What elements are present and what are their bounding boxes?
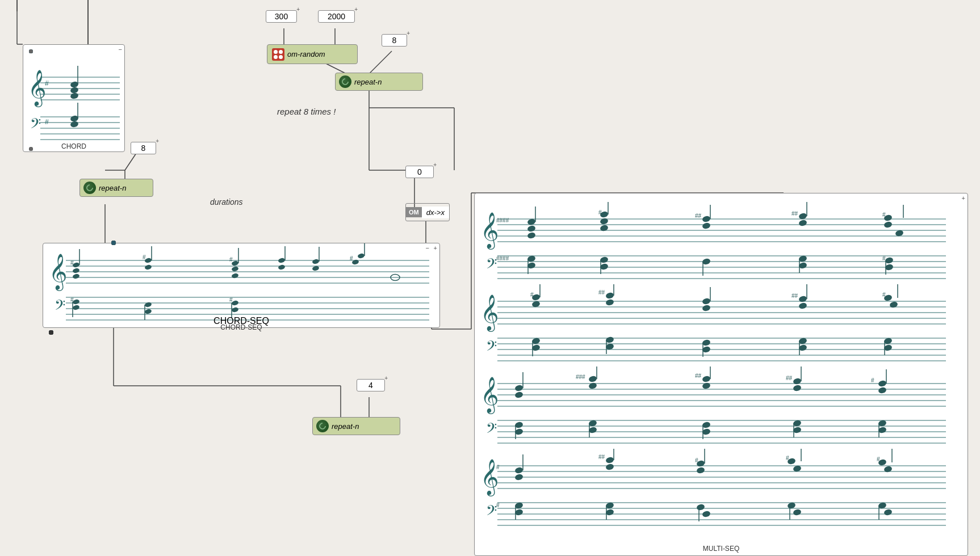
svg-point-74: [278, 258, 286, 264]
chord-staff: 𝄞 # 𝄢 #: [23, 57, 123, 148]
svg-text:𝄢: 𝄢: [486, 420, 497, 439]
svg-point-291: [883, 508, 893, 516]
multi-seq-staff-4: 𝄞 # ## # # #: [475, 449, 960, 531]
svg-point-206: [514, 391, 523, 398]
svg-text:𝄞: 𝄞: [49, 254, 68, 291]
num-8-top-plus[interactable]: +: [407, 30, 410, 36]
repeat-n-top-icon: [339, 75, 351, 88]
num-box-4[interactable]: + 4: [357, 379, 385, 391]
svg-point-119: [702, 215, 711, 222]
dx-arrow-label: dx->x: [422, 207, 449, 218]
dice-dot-4: [279, 55, 283, 59]
num-4-plus[interactable]: +: [384, 375, 388, 381]
dice-dot-3: [274, 55, 278, 59]
svg-text:#: #: [229, 256, 233, 263]
svg-point-285: [702, 510, 711, 517]
svg-point-42: [70, 92, 79, 99]
multi-seq-staff-3: 𝄞 ### ## ## # 𝄢: [475, 367, 960, 449]
om-random-box[interactable]: om-random: [267, 44, 358, 64]
svg-point-120: [702, 222, 711, 229]
svg-point-217: [793, 377, 802, 385]
dx-box[interactable]: OM dx->x: [405, 203, 450, 221]
svg-text:##: ##: [695, 373, 702, 379]
svg-text:𝄢: 𝄢: [486, 338, 497, 357]
num-2000-value: 2000: [328, 12, 345, 21]
num-box-0[interactable]: + 0: [405, 166, 434, 178]
svg-point-167: [702, 297, 711, 305]
svg-point-176: [889, 301, 898, 308]
svg-text:####: ####: [496, 217, 509, 224]
svg-point-75: [278, 264, 286, 271]
chord-seq-plus[interactable]: +: [434, 245, 437, 251]
svg-point-221: [878, 380, 887, 387]
chord-port-4[interactable]: [29, 49, 33, 53]
svg-point-71: [231, 266, 239, 272]
multi-seq-staff-1: 𝄞 #### # ## ## #: [475, 202, 960, 284]
svg-text:𝄢: 𝄢: [486, 503, 497, 521]
chord-box: − 𝄞 #: [23, 44, 125, 152]
repeat-n-left-label: repeat-n: [99, 184, 126, 192]
num-4-value: 4: [368, 381, 373, 390]
num-box-8-top[interactable]: + 8: [382, 34, 407, 47]
num-box-8-left[interactable]: + 8: [131, 142, 156, 154]
svg-line-14: [125, 153, 136, 170]
svg-point-116: [600, 224, 609, 231]
svg-point-256: [605, 456, 614, 464]
svg-point-257: [605, 463, 614, 470]
svg-point-77: [312, 259, 320, 265]
svg-text:##: ##: [791, 210, 798, 217]
num-0-plus[interactable]: +: [433, 162, 437, 168]
svg-point-209: [588, 375, 597, 382]
om-random-label: om-random: [287, 50, 325, 58]
svg-point-172: [798, 302, 807, 309]
svg-point-115: [600, 217, 609, 225]
svg-text:#: #: [45, 118, 49, 126]
svg-text:#: #: [496, 502, 500, 508]
dice-dot-2: [279, 50, 283, 54]
svg-text:##: ##: [695, 213, 702, 219]
svg-text:#: #: [871, 377, 874, 384]
chord-seq-staff: 𝄞 # # #: [43, 243, 439, 326]
svg-point-288: [793, 508, 802, 516]
svg-point-164: [605, 292, 614, 299]
svg-text:𝄢: 𝄢: [30, 116, 41, 134]
num-8-top-value: 8: [392, 36, 397, 45]
repeat-n-bottom-label: repeat-n: [332, 422, 359, 431]
svg-point-110: [527, 225, 536, 232]
chord-seq-label-text: CHORD-SEQ: [43, 323, 440, 331]
repeat-n-top-label: repeat-n: [354, 78, 382, 86]
svg-point-214: [702, 382, 711, 389]
chord-seq-in-4[interactable]: [111, 241, 116, 245]
svg-point-124: [798, 219, 807, 226]
num-2000-plus[interactable]: +: [354, 6, 358, 12]
svg-point-72: [231, 273, 239, 279]
repeat-n-left[interactable]: repeat-n: [79, 179, 153, 197]
num-8-left-plus[interactable]: +: [156, 138, 159, 144]
durations-annotation: durations: [210, 197, 243, 207]
svg-text:###: ###: [576, 374, 585, 380]
multi-seq-label: MULTI-SEQ: [475, 545, 968, 553]
svg-point-100: [231, 307, 239, 313]
repeat-annotation: repeat 8 times !: [277, 107, 336, 116]
svg-text:𝄞: 𝄞: [480, 377, 499, 414]
svg-text:#: #: [496, 464, 500, 470]
svg-point-205: [514, 384, 523, 391]
num-box-2000[interactable]: + 2000: [318, 10, 355, 23]
chord-seq-minus[interactable]: −: [426, 245, 429, 251]
svg-point-41: [70, 86, 79, 94]
repeat-n-top[interactable]: repeat-n: [335, 73, 423, 91]
svg-point-63: [72, 273, 80, 280]
chord-plus[interactable]: −: [119, 46, 122, 53]
svg-text:#: #: [45, 79, 49, 87]
chord-label: CHORD: [23, 142, 124, 151]
svg-point-52: [70, 120, 79, 128]
svg-line-4: [369, 51, 392, 74]
num-0-value: 0: [417, 167, 422, 176]
svg-point-168: [702, 304, 711, 311]
num-box-300[interactable]: + 300: [266, 10, 297, 23]
repeat-n-bottom[interactable]: repeat-n: [312, 417, 400, 435]
multi-seq-plus[interactable]: +: [962, 195, 965, 201]
num-300-plus[interactable]: +: [296, 6, 300, 12]
svg-point-218: [793, 384, 802, 391]
svg-point-111: [527, 231, 536, 239]
